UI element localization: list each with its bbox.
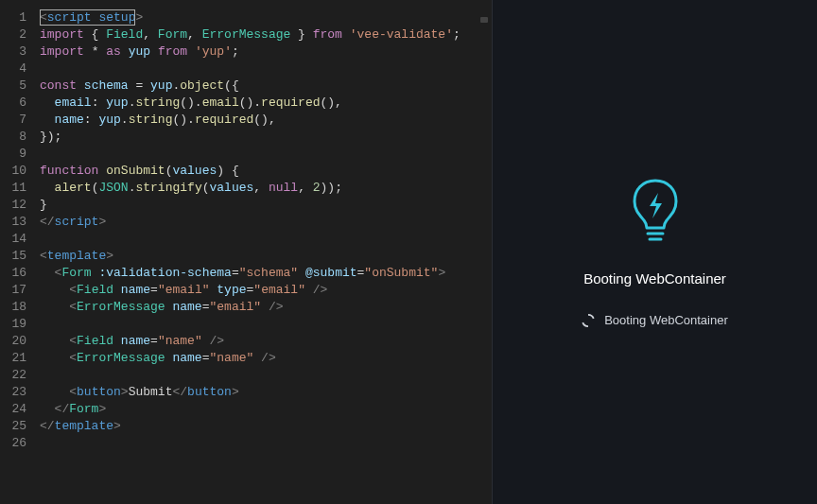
line-number: 20 (0, 333, 40, 350)
preview-title: Booting WebContainer (583, 270, 726, 287)
line-number: 22 (0, 367, 40, 384)
line-number: 19 (0, 316, 40, 333)
line-number: 21 (0, 350, 40, 367)
code-line[interactable]: 17 <Field name="email" type="email" /> (0, 282, 492, 299)
preview-pane: Booting WebContainer Booting WebContaine… (492, 0, 817, 504)
line-content[interactable]: <ErrorMessage name="email" /> (40, 299, 284, 316)
code-line[interactable]: 25</template> (0, 418, 492, 435)
line-number: 18 (0, 299, 40, 316)
line-number: 8 (0, 129, 40, 146)
line-content[interactable]: name: yup.string().required(), (40, 112, 276, 129)
line-number: 12 (0, 197, 40, 214)
line-number: 7 (0, 112, 40, 129)
preview-status: Booting WebContainer (582, 313, 728, 327)
line-content[interactable]: <script setup> (40, 9, 143, 26)
line-content[interactable]: alert(JSON.stringify(values, null, 2)); (40, 180, 342, 197)
preview-status-text: Booting WebContainer (604, 313, 728, 327)
line-number: 24 (0, 401, 40, 418)
line-content[interactable]: }); (40, 129, 61, 146)
code-editor[interactable]: 1<script setup>2import { Field, Form, Er… (0, 0, 492, 504)
code-line[interactable]: 6 email: yup.string().email().required()… (0, 95, 492, 112)
code-line[interactable]: 10function onSubmit(values) { (0, 163, 492, 180)
code-lines: 1<script setup>2import { Field, Form, Er… (0, 9, 492, 452)
line-number: 3 (0, 43, 40, 61)
line-number: 13 (0, 214, 40, 231)
code-line[interactable]: 21 <ErrorMessage name="name" /> (0, 350, 492, 367)
line-number: 26 (0, 435, 40, 452)
code-line[interactable]: 3import * as yup from 'yup'; (0, 43, 492, 61)
line-content[interactable]: } (40, 197, 47, 214)
code-line[interactable]: 22 (0, 367, 492, 384)
line-number: 2 (0, 26, 40, 43)
line-content[interactable]: <Field name="name" /> (40, 333, 224, 350)
line-content[interactable]: </script> (40, 214, 106, 231)
code-line[interactable]: 24 </Form> (0, 401, 492, 418)
line-content[interactable]: <button>Submit</button> (40, 384, 239, 401)
code-line[interactable]: 11 alert(JSON.stringify(values, null, 2)… (0, 180, 492, 197)
code-line[interactable]: 13</script> (0, 214, 492, 231)
code-line[interactable]: 14 (0, 231, 492, 248)
line-content[interactable]: import { Field, Form, ErrorMessage } fro… (40, 26, 461, 43)
line-content[interactable]: </Form> (40, 401, 106, 418)
line-number: 10 (0, 163, 40, 180)
line-number: 1 (0, 9, 40, 26)
code-line[interactable]: 20 <Field name="name" /> (0, 333, 492, 350)
code-line[interactable]: 12} (0, 197, 492, 214)
line-content[interactable]: function onSubmit(values) { (40, 163, 239, 180)
line-number: 23 (0, 384, 40, 401)
line-content[interactable]: <Field name="email" type="email" /> (40, 282, 327, 299)
line-number: 9 (0, 146, 40, 163)
line-content[interactable]: <template> (40, 248, 113, 265)
line-number: 16 (0, 265, 40, 282)
line-content[interactable]: email: yup.string().email().required(), (40, 95, 342, 112)
code-line[interactable]: 8}); (0, 129, 492, 146)
line-content[interactable]: <Form :validation-schema="schema" @submi… (40, 265, 445, 282)
line-content[interactable]: <ErrorMessage name="name" /> (40, 350, 276, 367)
code-line[interactable]: 18 <ErrorMessage name="email" /> (0, 299, 492, 316)
code-line[interactable]: 26 (0, 435, 492, 452)
line-content[interactable]: const schema = yup.object({ (40, 78, 239, 95)
line-number: 4 (0, 61, 40, 78)
code-line[interactable]: 16 <Form :validation-schema="schema" @su… (0, 265, 492, 282)
code-line[interactable]: 1<script setup> (0, 9, 492, 26)
line-number: 6 (0, 95, 40, 112)
code-line[interactable]: 9 (0, 146, 492, 163)
code-line[interactable]: 19 (0, 316, 492, 333)
line-number: 14 (0, 231, 40, 248)
code-line[interactable]: 23 <button>Submit</button> (0, 384, 492, 401)
line-content[interactable]: </template> (40, 418, 121, 435)
line-number: 17 (0, 282, 40, 299)
line-content[interactable]: import * as yup from 'yup'; (40, 43, 239, 61)
app-root: 1<script setup>2import { Field, Form, Er… (0, 0, 817, 504)
lightbulb-bolt-icon (629, 177, 682, 248)
line-number: 5 (0, 78, 40, 95)
line-number: 11 (0, 180, 40, 197)
code-line[interactable]: 2import { Field, Form, ErrorMessage } fr… (0, 26, 492, 43)
code-line[interactable]: 4 (0, 61, 492, 78)
code-line[interactable]: 15<template> (0, 248, 492, 265)
code-line[interactable]: 7 name: yup.string().required(), (0, 112, 492, 129)
line-number: 15 (0, 248, 40, 265)
line-number: 25 (0, 418, 40, 435)
code-line[interactable]: 5const schema = yup.object({ (0, 78, 492, 95)
loading-spinner-icon (582, 314, 595, 327)
